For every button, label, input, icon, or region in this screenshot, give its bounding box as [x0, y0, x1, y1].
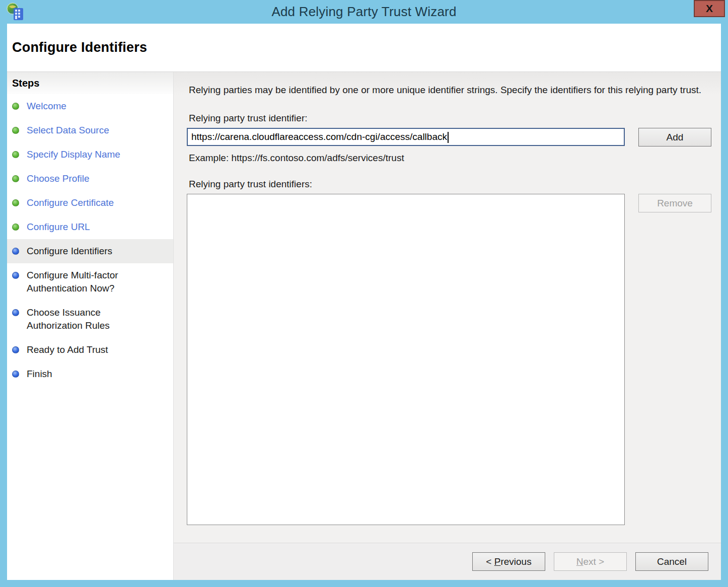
add-button[interactable]: Add [638, 128, 711, 146]
window-frame: Configure Identifiers Steps WelcomeSelec… [7, 24, 721, 580]
step-bullet-icon [12, 309, 19, 316]
step-bullet-icon [12, 371, 19, 378]
steps-list: WelcomeSelect Data SourceSpecify Display… [7, 94, 173, 386]
cancel-button[interactable]: Cancel [635, 552, 708, 571]
sidebar-item-choose-issuance-authorization-rules: Choose Issuance Authorization Rules [7, 301, 173, 338]
previous-label-prefix: < [486, 556, 494, 567]
page-title: Configure Identifiers [12, 40, 147, 55]
step-bullet-icon [12, 127, 19, 134]
step-label: Welcome [27, 100, 66, 113]
step-bullet-icon [12, 151, 19, 158]
step-label: Choose Profile [27, 172, 90, 185]
previous-button[interactable]: < Previous [472, 552, 545, 571]
page-header: Configure Identifiers [7, 24, 721, 71]
text-caret [448, 132, 449, 143]
step-bullet-icon [12, 175, 19, 182]
step-label: Ready to Add Trust [27, 343, 108, 356]
identifier-input[interactable]: https://carena.cloudflareaccess.com/cdn-… [187, 128, 625, 146]
next-label-accel: N [576, 556, 584, 567]
remove-button[interactable]: Remove [638, 194, 711, 212]
previous-label-rest: revious [500, 556, 531, 567]
step-label: Finish [27, 368, 52, 381]
close-button[interactable]: X [694, 0, 725, 17]
previous-label-accel: P [494, 556, 501, 567]
sidebar-item-choose-profile[interactable]: Choose Profile [7, 167, 173, 191]
sidebar-item-select-data-source[interactable]: Select Data Source [7, 118, 173, 142]
sidebar-item-welcome[interactable]: Welcome [7, 94, 173, 118]
step-bullet-icon [12, 346, 19, 353]
step-bullet-icon [12, 272, 19, 279]
identifier-field-label: Relying party trust identifier: [189, 113, 721, 124]
step-bullet-icon [12, 103, 19, 110]
sidebar-item-configure-multi-factor-authentication-now: Configure Multi-factor Authentication No… [7, 263, 173, 301]
step-label: Choose Issuance Authorization Rules [27, 306, 153, 332]
step-label: Specify Display Name [27, 148, 120, 161]
window-title: Add Relying Party Trust Wizard [0, 0, 728, 24]
sidebar-item-specify-display-name[interactable]: Specify Display Name [7, 142, 173, 167]
step-label: Configure Multi-factor Authentication No… [27, 269, 153, 295]
example-text: Example: https://fs.contoso.com/adfs/ser… [189, 153, 721, 164]
next-label-rest: ext > [584, 556, 605, 567]
step-label: Select Data Source [27, 124, 109, 137]
sidebar-item-configure-identifiers: Configure Identifiers [7, 239, 173, 263]
main-panel: Relying parties may be identified by one… [174, 72, 721, 543]
sidebar-item-finish: Finish [7, 362, 173, 386]
sidebar-item-configure-certificate[interactable]: Configure Certificate [7, 191, 173, 215]
wizard-button-bar: < Previous Next > Cancel [174, 543, 721, 580]
step-bullet-icon [12, 224, 19, 231]
step-bullet-icon [12, 248, 19, 255]
intro-text: Relying parties may be identified by one… [189, 83, 703, 97]
identifier-input-value: https://carena.cloudflareaccess.com/cdn-… [191, 131, 447, 142]
sidebar-item-configure-url[interactable]: Configure URL [7, 215, 173, 239]
steps-sidebar: Steps WelcomeSelect Data SourceSpecify D… [7, 72, 174, 580]
steps-heading: Steps [7, 72, 173, 94]
step-label: Configure Certificate [27, 196, 114, 209]
identifiers-listbox[interactable] [187, 194, 625, 525]
step-label: Configure URL [27, 221, 90, 234]
identifiers-list-label: Relying party trust identifiers: [189, 179, 721, 190]
wizard-window: Add Relying Party Trust Wizard X Configu… [0, 0, 728, 587]
next-button[interactable]: Next > [554, 552, 627, 571]
step-label: Configure Identifiers [27, 245, 112, 258]
title-bar: Add Relying Party Trust Wizard X [0, 0, 728, 24]
sidebar-item-ready-to-add-trust: Ready to Add Trust [7, 338, 173, 362]
step-bullet-icon [12, 199, 19, 206]
